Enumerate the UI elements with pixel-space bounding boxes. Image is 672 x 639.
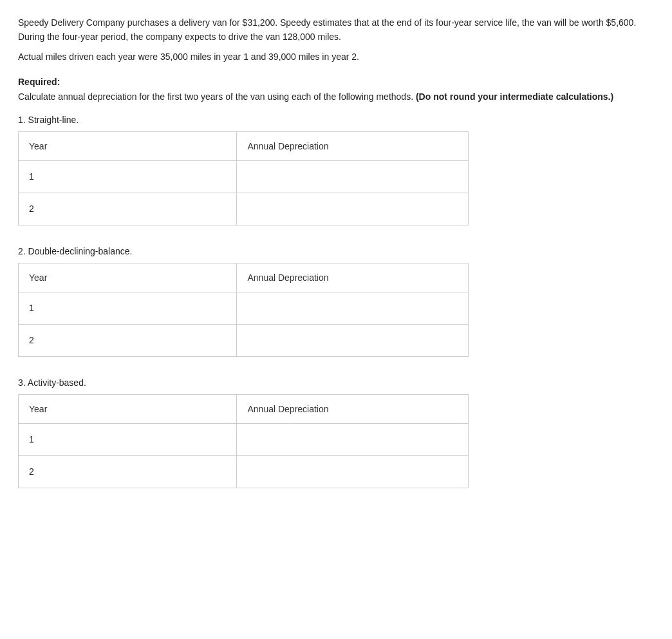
table-row: 2: [19, 324, 469, 356]
table-3-row-1-value[interactable]: [237, 423, 469, 455]
intro-line2: Actual miles driven each year were 35,00…: [18, 50, 654, 64]
table-1-row-1-value[interactable]: [237, 160, 469, 193]
table-3-row-1-year: 1: [19, 423, 237, 455]
depreciation-table-3: YearAnnual Depreciation12: [18, 394, 469, 488]
method-title-1: 1. Straight-line.: [18, 115, 654, 125]
table-row: 1: [19, 292, 469, 324]
table-2-row-1-value[interactable]: [237, 292, 469, 324]
required-section: Required: Calculate annual depreciation …: [18, 77, 654, 104]
table-2-header-year: Year: [19, 263, 237, 292]
method-section-1: 1. Straight-line.YearAnnual Depreciation…: [18, 115, 654, 225]
table-row: 1: [19, 423, 469, 455]
method-section-3: 3. Activity-based.YearAnnual Depreciatio…: [18, 377, 654, 488]
method-section-2: 2. Double-declining-balance.YearAnnual D…: [18, 246, 654, 357]
table-3-header-year: Year: [19, 394, 237, 423]
table-2-row-2-value[interactable]: [237, 324, 469, 356]
intro-line1: Speedy Delivery Company purchases a deli…: [18, 15, 654, 44]
table-1-row-2-value[interactable]: [237, 193, 469, 225]
table-1-row-1-year: 1: [19, 160, 237, 193]
table-3-row-2-value[interactable]: [237, 455, 469, 488]
table-row: 2: [19, 193, 469, 225]
required-body: Calculate annual depreciation for the fi…: [18, 90, 654, 104]
required-label: Required:: [18, 77, 654, 87]
table-1-row-2-year: 2: [19, 193, 237, 225]
table-3-row-2-year: 2: [19, 455, 237, 488]
table-2-row-2-year: 2: [19, 324, 237, 356]
table-2-header-depreciation: Annual Depreciation: [237, 263, 469, 292]
table-row: 1: [19, 160, 469, 193]
table-3-header-depreciation: Annual Depreciation: [237, 394, 469, 423]
depreciation-table-1: YearAnnual Depreciation12: [18, 131, 469, 225]
table-1-header-year: Year: [19, 131, 237, 160]
depreciation-table-2: YearAnnual Depreciation12: [18, 263, 469, 357]
method-title-3: 3. Activity-based.: [18, 377, 654, 388]
method-title-2: 2. Double-declining-balance.: [18, 246, 654, 256]
table-1-header-depreciation: Annual Depreciation: [237, 131, 469, 160]
table-2-row-1-year: 1: [19, 292, 237, 324]
table-row: 2: [19, 455, 469, 488]
